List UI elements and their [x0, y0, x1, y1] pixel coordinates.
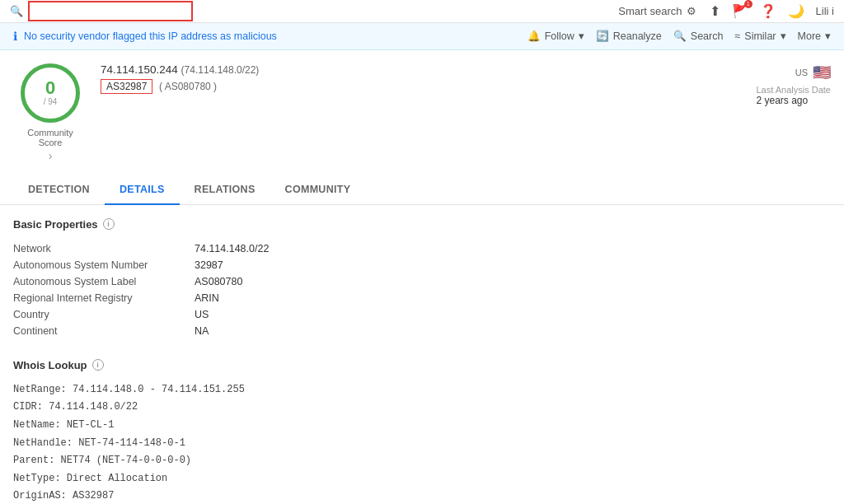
property-key: Autonomous System Label — [13, 273, 195, 290]
basic-properties-label: Basic Properties — [13, 218, 98, 231]
search-icon: 🔍 — [10, 5, 23, 17]
community-score-label: CommunityScore — [27, 128, 73, 147]
property-value: AS080780 — [195, 273, 831, 290]
whois-line: NetHandle: NET-74-114-148-0-1 — [13, 435, 831, 453]
nav-icons-group: ⬆ 🚩 1 ❓ 🌙 Lili i — [710, 3, 834, 19]
analysis-value: 2 years ago — [757, 95, 832, 106]
property-key: Network — [13, 240, 195, 257]
whois-line: Parent: NET74 (NET-74-0-0-0-0) — [13, 452, 831, 470]
top-navigation: 🔍 74.114.150.244 Smart search ⚙ ⬆ 🚩 1 ❓ … — [0, 0, 844, 23]
property-key: Country — [13, 306, 195, 323]
upload-icon-button[interactable]: ⬆ — [710, 3, 720, 19]
table-row: Autonomous System Number32987 — [13, 257, 831, 273]
table-row: Network74.114.148.0/22 — [13, 240, 831, 257]
property-key: Autonomous System Number — [13, 257, 195, 273]
flag-date-section: US 🇺🇸 Last Analysis Date 2 years ago — [724, 63, 831, 162]
property-value: NA — [195, 323, 831, 339]
main-header: 0 / 94 CommunityScore › 74.114.150.244 (… — [0, 50, 844, 162]
flag-icon-button[interactable]: 🚩 1 — [732, 3, 748, 19]
user-menu-button[interactable]: Lili i — [816, 5, 834, 17]
basic-properties-table: Network74.114.148.0/22Autonomous System … — [13, 240, 831, 339]
details-content: Basic Properties i Network74.114.148.0/2… — [0, 205, 844, 504]
search-label: Search — [691, 30, 724, 42]
whois-line: NetType: Direct Allocation — [13, 470, 831, 488]
notification-badge: 1 — [744, 0, 753, 8]
help-icon-button[interactable]: ❓ — [760, 3, 776, 19]
whois-label: Whois Lookup — [13, 359, 87, 371]
property-key: Regional Internet Registry — [13, 290, 195, 306]
tab-community[interactable]: COMMUNITY — [270, 175, 366, 205]
info-bar-text: No security vendor flagged this IP addre… — [24, 30, 277, 42]
table-row: Regional Internet RegistryARIN — [13, 290, 831, 306]
whois-info-icon[interactable]: i — [92, 359, 104, 371]
reanalyze-button[interactable]: 🔄 Reanalyze — [596, 30, 662, 42]
whois-content: NetRange: 74.114.148.0 - 74.114.151.255C… — [13, 381, 831, 504]
similar-button[interactable]: ≈ Similar ▾ — [734, 30, 785, 42]
whois-line: NetRange: 74.114.148.0 - 74.114.151.255 — [13, 381, 831, 399]
user-label: Lili i — [816, 5, 834, 17]
property-value: US — [195, 306, 831, 323]
property-value: 32987 — [195, 257, 831, 273]
more-label: More — [798, 30, 821, 42]
tab-detection[interactable]: DETECTION — [13, 175, 105, 205]
whois-line: NetName: NET-CL-1 — [13, 417, 831, 435]
ip-address-line: 74.114.150.244 (74.114.148.0/22) — [101, 63, 710, 76]
property-key: Continent — [13, 323, 195, 339]
basic-properties-title: Basic Properties i — [13, 218, 831, 231]
table-row: ContinentNA — [13, 323, 831, 339]
last-analysis-block: Last Analysis Date 2 years ago — [757, 85, 832, 106]
whois-line: OriginAS: AS32987 — [13, 488, 831, 504]
tabs-section: DETECTION DETAILS RELATIONS COMMUNITY — [0, 175, 844, 205]
follow-label: Follow — [545, 30, 574, 42]
info-bar: ℹ No security vendor flagged this IP add… — [0, 23, 844, 50]
follow-button[interactable]: 🔔 Follow ▾ — [528, 30, 584, 42]
ip-network: (74.114.148.0/22) — [181, 64, 260, 76]
score-divider: / 94 — [44, 97, 58, 106]
reanalyze-label: Reanalyze — [613, 30, 662, 42]
sliders-icon: ⚙ — [687, 5, 696, 17]
smart-search-button[interactable]: Smart search ⚙ — [618, 5, 696, 17]
table-row: Autonomous System LabelAS080780 — [13, 273, 831, 290]
score-circle: 0 / 94 — [21, 63, 80, 123]
asn-badge[interactable]: AS32987 — [101, 79, 152, 94]
search-input[interactable]: 74.114.150.244 — [28, 1, 193, 21]
country-row: US 🇺🇸 — [795, 63, 831, 82]
whois-title: Whois Lookup i — [13, 359, 831, 371]
info-icon: ℹ — [13, 30, 17, 43]
info-message: ℹ No security vendor flagged this IP add… — [13, 30, 277, 43]
property-value: 74.114.148.0/22 — [195, 240, 831, 257]
search-button[interactable]: 🔍 Search — [673, 30, 724, 42]
theme-icon-button[interactable]: 🌙 — [788, 3, 804, 19]
info-bar-actions: 🔔 Follow ▾ 🔄 Reanalyze 🔍 Search ≈ Simila… — [528, 30, 831, 42]
asn-line: AS32987 ( AS080780 ) — [101, 79, 710, 94]
asn-extra-label: ( AS080780 ) — [159, 81, 217, 92]
tab-relations[interactable]: RELATIONS — [180, 175, 270, 205]
more-button[interactable]: More ▾ — [798, 30, 831, 42]
score-chevron-icon[interactable]: › — [49, 149, 53, 162]
similar-label: Similar — [744, 30, 776, 42]
ip-address: 74.114.150.244 — [101, 63, 178, 76]
smart-search-label: Smart search — [618, 5, 682, 17]
analysis-label: Last Analysis Date — [757, 85, 832, 95]
score-section: 0 / 94 CommunityScore › — [13, 63, 87, 162]
table-row: CountryUS — [13, 306, 831, 323]
score-value: 0 — [45, 79, 55, 97]
basic-properties-info-icon[interactable]: i — [103, 218, 115, 230]
whois-line: CIDR: 74.114.148.0/22 — [13, 399, 831, 417]
country-code: US — [795, 68, 808, 77]
ip-info-section: 74.114.150.244 (74.114.148.0/22) AS32987… — [101, 63, 710, 162]
us-flag-icon: 🇺🇸 — [813, 63, 831, 82]
tab-details[interactable]: DETAILS — [105, 175, 180, 205]
property-value: ARIN — [195, 290, 831, 306]
